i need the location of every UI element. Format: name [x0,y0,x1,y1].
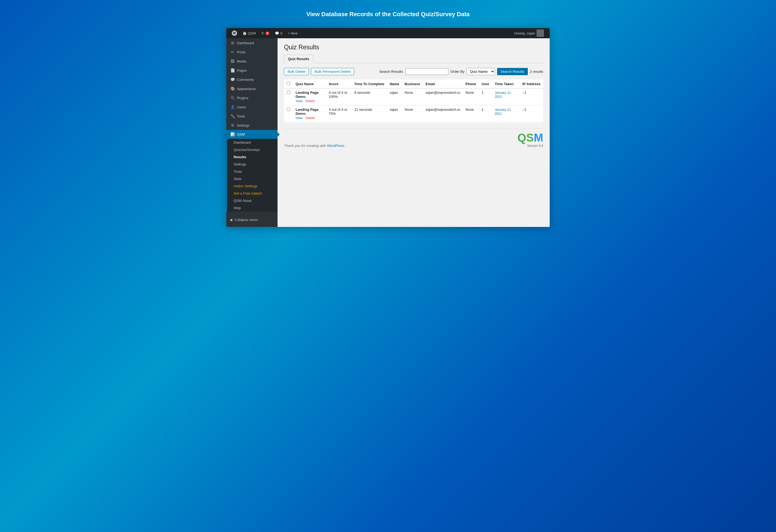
qsm-submenu-addon-settings[interactable]: Addon Settings [227,182,277,190]
new-label: + New [287,31,298,35]
appearance-icon: 🎨 [230,86,235,91]
sidebar-label-plugins: Plugins [237,96,248,100]
row-score-0: 4 out of 4 or 100% [326,88,352,106]
row-time-taken-1: January 11, 2021 [492,106,520,122]
sidebar-item-pages[interactable]: 📄 Pages [226,66,277,75]
results-table: Quiz Name Score Time To Complete Name Bu… [284,79,543,122]
bulk-permanent-delete-button[interactable]: Bulk Permanent Delete [311,68,354,75]
qsm-sub-label-results: Results [234,155,246,159]
sidebar-item-tools[interactable]: 🔧 Tools [226,112,277,121]
delete-link-0[interactable]: Delete [306,99,315,103]
sidebar-item-users[interactable]: 👤 Users [226,103,277,112]
date-link-0[interactable]: January 11, 2021 [495,91,512,99]
qsm-submenu-dashboard[interactable]: Dashboard [227,139,277,146]
sidebar-item-media[interactable]: 🖼 Media [226,56,277,66]
qsm-submenu-results[interactable]: Results [227,153,277,161]
results-count: 2 results [530,69,543,73]
col-quiz-name: Quiz Name [293,79,326,88]
wp-logo-button[interactable]: W [229,28,240,38]
row-email-0: sajan@expresstech.io [423,88,463,106]
sidebar-label-tools: Tools [237,114,245,118]
qsm-submenu-stats[interactable]: Stats [227,175,277,182]
sidebar-label-posts: Posts [237,50,246,54]
order-by-select[interactable]: Quiz Name Score Time Taken Date [467,68,495,75]
row-phone-0: None [463,88,479,106]
row-actions-1: View | Delete [296,116,323,120]
comments-icon: 💬 [275,31,279,35]
col-email: Email [423,79,463,88]
row-quiz-name-1: Landing Page Demo. View | Delete [293,106,326,122]
qsm-submenu-help[interactable]: Help [227,204,277,211]
qsm-submenu-settings[interactable]: Settings [227,161,277,168]
sidebar-label-appearance: Appearance [237,87,256,91]
col-name: Name [387,79,402,88]
comments-sidebar-icon: 💬 [230,77,235,82]
col-phone: Phone [463,79,479,88]
qsm-s: S [526,131,534,144]
search-results-label: Search Results [379,69,403,73]
qsm-arrow-icon [277,132,280,137]
row-checkbox-0[interactable] [287,91,290,94]
search-results-button[interactable]: Search Results [497,68,528,75]
select-all-checkbox[interactable] [287,82,290,85]
site-name-button[interactable]: 🏠 QSM [240,28,259,38]
row-checkbox-1[interactable] [287,108,290,111]
search-results-input[interactable] [405,68,448,75]
sidebar-item-settings[interactable]: ⚙ Settings [226,121,277,130]
qsm-menu-header[interactable]: 📊 QSM [227,130,277,139]
row-time-complete-0: 8 seconds [352,88,387,106]
row-ip-1: ::1 [520,106,543,122]
table-header: Quiz Name Score Time To Complete Name Bu… [284,79,543,88]
qsm-submenu-tools[interactable]: Tools [227,168,277,175]
comments-button[interactable]: 💬 0 [272,28,285,38]
qsm-version: Version 5.6 [527,144,543,148]
sidebar-item-comments[interactable]: 💬 Comments [226,75,277,84]
table-row: Landing Page Demo. View | Delete 4 out o… [284,88,543,106]
posts-icon: ✏ [230,50,235,54]
bulk-delete-button[interactable]: Bulk Delete [284,68,309,75]
row-name-1: sajan [387,106,402,122]
wp-logo-icon: W [232,30,237,36]
qsm-sub-label-settings: Settings [234,162,246,166]
qsm-submenu-about[interactable]: QSM About [227,197,277,204]
collapse-icon: ◀ [230,218,232,222]
qsm-sub-label-dashboard: Dashboard [234,140,251,145]
pages-icon: 📄 [230,68,235,72]
page-heading: View Database Records of the Collected Q… [306,8,470,20]
row-checkbox-cell-0 [284,88,293,106]
qsm-icon: 📊 [230,132,235,136]
footer-period: . [346,144,347,148]
qsm-submenu-free-addon[interactable]: Get a Free Addon! [227,190,277,197]
sidebar-label-dashboard: Dashboard [237,41,254,45]
sidebar-item-appearance[interactable]: 🎨 Appearance [226,84,277,93]
row-phone-1: None [463,106,479,122]
row-ip-0: ::1 [520,88,543,106]
collapse-menu-button[interactable]: ◀ Collapse menu [226,215,277,224]
content-footer: Thank you for creating with WordPress . … [284,129,543,148]
updates-button[interactable]: ↻ 2 [259,28,272,38]
date-link-1[interactable]: January 11, 2021 [495,108,512,116]
wp-admin-wrapper: W 🏠 QSM ↻ 2 💬 0 + New Howdy, sajan ⊞ Das… [226,28,550,227]
sidebar-item-dashboard[interactable]: ⊞ Dashboard [226,38,277,47]
qsm-m: M [534,131,543,144]
sidebar-item-plugins[interactable]: 🔌 Plugins [226,93,277,103]
quiz-name-text-1: Landing Page Demo. [296,108,319,116]
main-content: Quiz Results Quiz Results Bulk Delete Bu… [277,38,550,227]
tab-quiz-results[interactable]: Quiz Results [284,55,313,63]
collapse-label: Collapse menu [234,218,258,222]
qsm-sub-label-stats: Stats [234,177,242,181]
qsm-sub-label-free-addon: Get a Free Addon! [234,191,262,195]
user-avatar [537,30,544,37]
qsm-submenu-quizzes[interactable]: Quizzes/Surveys [227,146,277,153]
table-row: Landing Page Demo. View | Delete 3 out o… [284,106,543,122]
row-quiz-name-0: Landing Page Demo. View | Delete [293,88,326,106]
sidebar-item-posts[interactable]: ✏ Posts [226,47,277,56]
delete-link-1[interactable]: Delete [306,116,315,120]
footer-text: Thank you for creating with [284,144,327,148]
wordpress-link[interactable]: WordPress [327,144,344,148]
view-link-0[interactable]: View [296,99,303,103]
col-user: User [479,79,492,88]
new-content-button[interactable]: + New [285,28,300,38]
view-link-1[interactable]: View [296,116,303,120]
qsm-sub-label-about: QSM About [234,199,251,203]
